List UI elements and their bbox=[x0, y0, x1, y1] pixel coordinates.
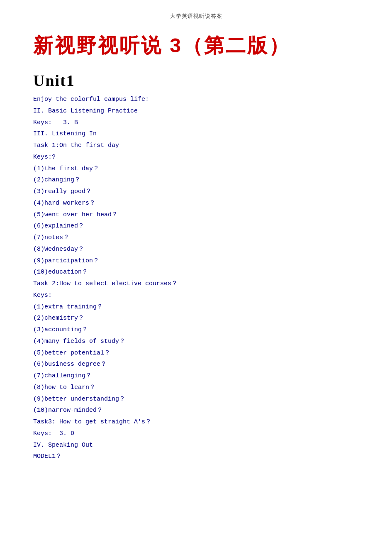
content-line: (3)really good？ bbox=[33, 186, 359, 198]
content-line: (10)education？ bbox=[33, 266, 359, 278]
content-line: (5)went over her head？ bbox=[33, 209, 359, 221]
unit-title: Unit1 bbox=[0, 67, 392, 94]
content-line: (6)explained？ bbox=[33, 220, 359, 232]
content-line: Keys: bbox=[33, 290, 359, 301]
content-line: II. Basic Listening Practice bbox=[33, 105, 359, 117]
page: 大学英语视听说答案 新视野视听说 3（第二版） Unit1 Enjoy the … bbox=[0, 0, 392, 555]
content-line: (1)the first day？ bbox=[33, 163, 359, 175]
content-line: Task 1:On the first day bbox=[33, 140, 359, 152]
content-line: Task3: How to get straight A's？ bbox=[33, 416, 359, 428]
content-line: Keys: 3. B bbox=[33, 117, 359, 129]
content-line: (10)narrow-minded？ bbox=[33, 405, 359, 416]
content-line: (3)accounting？ bbox=[33, 324, 359, 336]
content-line: (1)extra training？ bbox=[33, 301, 359, 313]
content-line: (9)better understanding？ bbox=[33, 394, 359, 405]
content-line: Task 2:How to select elective courses？ bbox=[33, 278, 359, 290]
top-bar-label: 大学英语视听说答案 bbox=[170, 13, 222, 19]
content-area: Enjoy the colorful campus life!II. Basic… bbox=[0, 94, 392, 462]
content-line: (5)better potential？ bbox=[33, 347, 359, 359]
content-line: (7)notes？ bbox=[33, 232, 359, 244]
content-line: (2)chemistry？ bbox=[33, 313, 359, 324]
content-line: (9)participation？ bbox=[33, 255, 359, 267]
content-line: (8)how to learn？ bbox=[33, 382, 359, 394]
main-title: 新视野视听说 3（第二版） bbox=[0, 28, 392, 67]
content-line: MODEL1？ bbox=[33, 451, 359, 462]
top-bar: 大学英语视听说答案 bbox=[0, 8, 392, 28]
content-line: IV. Speaking Out bbox=[33, 440, 359, 451]
content-line: (4)hard workers？ bbox=[33, 198, 359, 209]
content-line: (7)challenging？ bbox=[33, 370, 359, 382]
content-line: Keys:? bbox=[33, 152, 359, 163]
content-line: (2)changing？ bbox=[33, 174, 359, 186]
content-line: (4)many fields of study？ bbox=[33, 336, 359, 347]
content-line: Keys: 3. D bbox=[33, 428, 359, 440]
content-line: (6)business degree？ bbox=[33, 359, 359, 370]
content-line: III. Listening In bbox=[33, 128, 359, 140]
content-line: Enjoy the colorful campus life! bbox=[33, 94, 359, 105]
content-line: (8)Wednesday？ bbox=[33, 244, 359, 255]
